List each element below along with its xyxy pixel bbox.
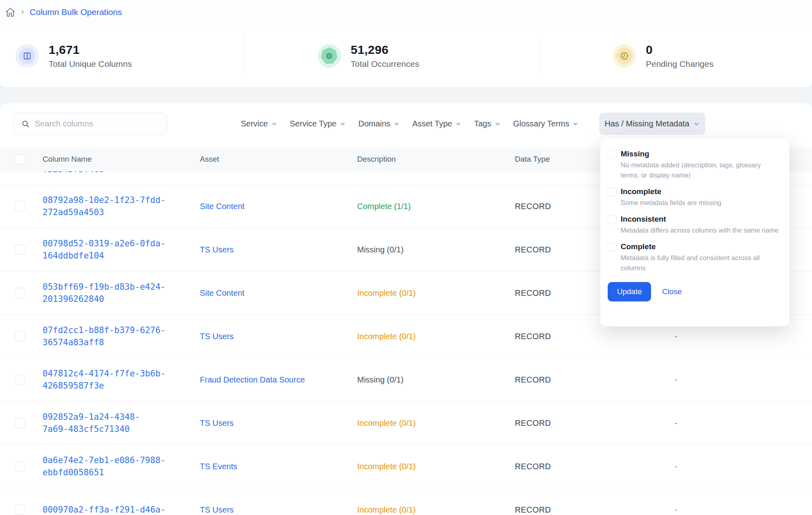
option-checkbox[interactable] xyxy=(608,215,617,224)
close-button[interactable]: Close xyxy=(662,287,682,296)
column-name-link[interactable]: 047812c4-4174-f7fe-3b6b- 426859587f3e xyxy=(43,368,165,392)
stat-label: Total Unique Columns xyxy=(49,59,132,69)
chevron-down-icon xyxy=(693,121,700,127)
header-description: Description xyxy=(357,155,396,164)
description-status: Complete (1/1) xyxy=(357,202,411,211)
filter-label: Service xyxy=(241,119,268,128)
asset-link[interactable]: Fraud Detection Data Source xyxy=(200,375,305,385)
chevron-down-icon xyxy=(340,121,346,127)
target-icon xyxy=(317,44,341,68)
stat-value: 0 xyxy=(646,43,713,57)
row-checkbox[interactable] xyxy=(15,418,25,428)
column-name-line2: ebbfd0058651 xyxy=(43,466,165,479)
home-icon[interactable] xyxy=(4,6,16,18)
column-name-link[interactable]: 07fd2cc1-b88f-b379-6276- 36574a83aff8 xyxy=(43,324,165,348)
column-name-link[interactable]: 053bff69-f19b-d83b-e424- 201396262840 xyxy=(43,281,165,305)
table-row[interactable]: 0a6e74e2-7eb1-e086-7988- ebbfd0058651 TS… xyxy=(0,444,812,488)
data-type-value: RECORD xyxy=(515,332,551,341)
extra-value: - xyxy=(675,419,677,428)
column-name-link[interactable]: 092852a9-1a24-4348- 7a69-483cf5c71340 xyxy=(43,411,140,435)
has-missing-metadata-menu: Missing No metadata added (description, … xyxy=(600,138,790,327)
filter-dropdown[interactable]: Tags xyxy=(474,119,500,128)
chevron-down-icon xyxy=(394,121,400,127)
update-button[interactable]: Update xyxy=(608,282,651,301)
option-checkbox[interactable] xyxy=(608,150,617,159)
column-name-line1: 047812c4-4174-f7fe-3b6b- xyxy=(43,368,165,380)
row-checkbox[interactable] xyxy=(15,201,25,212)
asset-link[interactable]: TS Events xyxy=(200,462,237,471)
metadata-option[interactable]: Inconsistent Metadata differs across col… xyxy=(608,214,781,235)
column-name-line2: 7a69-483cf5c71340 xyxy=(43,423,140,435)
description-status: Missing (0/1) xyxy=(357,375,403,385)
description-status: Incomplete (0/1) xyxy=(357,505,416,515)
option-checkbox[interactable] xyxy=(608,243,617,252)
column-name-line2: 36574a83aff8 xyxy=(43,336,165,348)
row-checkbox[interactable] xyxy=(15,461,25,472)
table-row[interactable]: 092852a9-1a24-4348- 7a69-483cf5c71340 TS… xyxy=(0,401,812,444)
filter-dropdown[interactable]: Glossary Terms xyxy=(513,119,579,128)
header-column-name: Column Name xyxy=(43,155,92,164)
metadata-option[interactable]: Incomplete Some metadata fields are miss… xyxy=(608,186,781,208)
search-input[interactable] xyxy=(35,119,156,128)
row-checkbox[interactable] xyxy=(15,331,25,342)
description-status: Incomplete (0/1) xyxy=(357,419,416,428)
breadcrumb-separator: › xyxy=(21,6,24,17)
option-description: Metadata is fully filled and consistent … xyxy=(621,253,781,273)
asset-link[interactable]: TS Users xyxy=(200,419,234,428)
option-checkbox[interactable] xyxy=(608,188,617,197)
chevron-down-icon xyxy=(455,121,461,127)
menu-actions: Update Close xyxy=(608,282,781,301)
row-checkbox[interactable] xyxy=(15,374,25,385)
extra-value: - xyxy=(675,375,677,385)
search-icon xyxy=(21,120,30,128)
asset-link[interactable]: Site Content xyxy=(200,202,244,211)
stats-card: 1,671 Total Unique Columns 51,296 Total … xyxy=(0,24,812,87)
column-name-link[interactable]: 08792a98-10e2-1f23-7fdd- 272ad59a4503 xyxy=(43,194,165,218)
column-name-line1: 092852a9-1a24-4348- xyxy=(43,411,140,423)
data-type-value: RECORD xyxy=(515,505,551,515)
column-name-line1: 0a6e74e2-7eb1-e086-7988- xyxy=(43,454,165,466)
stat-pending-changes: 0 Pending Changes xyxy=(540,24,812,87)
row-checkbox[interactable] xyxy=(15,244,25,255)
filter-dropdown[interactable]: Service Type xyxy=(290,119,346,128)
option-description: No metadata added (description, tags, gl… xyxy=(621,160,781,180)
option-label: Inconsistent xyxy=(621,214,778,224)
chevron-down-icon xyxy=(572,121,578,127)
filter-bar: Service Service Type Domains Ass xyxy=(241,113,578,135)
chevron-down-icon xyxy=(271,121,277,127)
asset-link[interactable]: TS Users xyxy=(200,505,234,515)
filter-dropdown[interactable]: Service xyxy=(241,119,277,128)
row-checkbox[interactable] xyxy=(15,504,25,515)
filter-dropdown-has-missing-metadata[interactable]: Has / Missing Metadata xyxy=(599,113,705,135)
row-checkbox[interactable] xyxy=(15,288,25,298)
column-name-link[interactable]: 00798d52-0319-a2e6-0fda- 164ddbdfe104 xyxy=(43,237,165,262)
table-row[interactable]: 047812c4-4174-f7fe-3b6b- 426859587f3e Fr… xyxy=(0,358,812,401)
table-row[interactable]: 000970a2-ff3a-f291-d46a- TS Users Incomp… xyxy=(0,488,812,515)
header-asset: Asset xyxy=(200,155,219,164)
data-type-value: RECORD xyxy=(515,462,551,471)
asset-link[interactable]: TS Users xyxy=(200,245,234,254)
description-status: Incomplete (0/1) xyxy=(357,288,416,298)
column-name-link[interactable]: 000970a2-ff3a-f291-d46a- xyxy=(43,504,165,515)
column-name-line2: 201396262840 xyxy=(43,293,165,305)
metadata-option[interactable]: Missing No metadata added (description, … xyxy=(608,149,781,180)
filter-dropdown[interactable]: Asset Type xyxy=(412,119,462,128)
extra-value: - xyxy=(675,505,677,515)
breadcrumb: › Column Bulk Operations xyxy=(0,0,812,24)
option-label: Missing xyxy=(621,149,781,159)
stat-label: Pending Changes xyxy=(646,59,713,69)
column-name-line1: 000970a2-ff3a-f291-d46a- xyxy=(43,504,165,515)
filter-label: Glossary Terms xyxy=(513,119,570,128)
asset-link[interactable]: TS Users xyxy=(200,332,234,341)
stat-value: 51,296 xyxy=(351,43,419,57)
filter-dropdown[interactable]: Domains xyxy=(358,119,400,128)
chevron-down-icon xyxy=(495,121,501,127)
column-name-line2: 272ad59a4503 xyxy=(43,206,165,218)
breadcrumb-page-title[interactable]: Column Bulk Operations xyxy=(30,7,122,17)
asset-link[interactable]: Site Content xyxy=(200,288,244,298)
metadata-option[interactable]: Complete Metadata is fully filled and co… xyxy=(608,241,781,273)
select-all-checkbox[interactable] xyxy=(15,154,25,165)
column-name-line1: 00798d52-0319-a2e6-0fda- xyxy=(43,237,165,250)
data-type-value: RECORD xyxy=(515,419,551,428)
column-name-link[interactable]: 0a6e74e2-7eb1-e086-7988- ebbfd0058651 xyxy=(43,454,165,479)
